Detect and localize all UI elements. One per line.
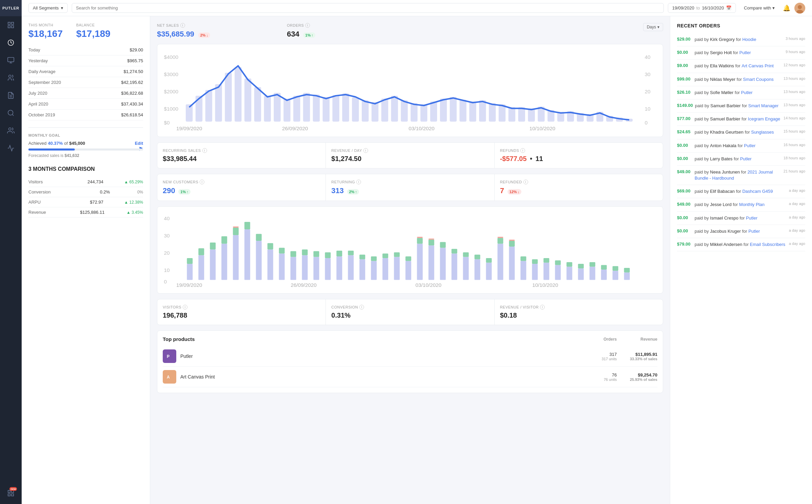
conversion-info-icon[interactable]: i bbox=[359, 305, 364, 310]
sidebar-item-customers[interactable] bbox=[3, 70, 19, 86]
svg-rect-126 bbox=[417, 237, 423, 238]
order-desc: paid by Samuel Barbier for Icegram Engag… bbox=[695, 116, 782, 122]
days-button[interactable]: Days ▾ bbox=[643, 23, 663, 31]
revenue-day-card: REVENUE / DAY i $1,274.50 bbox=[326, 143, 494, 168]
sidebar-item-dashboard[interactable] bbox=[3, 17, 19, 33]
revenue-visitor-card: REVENUE / VISITOR i $0.18 bbox=[495, 299, 663, 325]
sidebar-item-sales[interactable] bbox=[3, 35, 19, 51]
visitors-info-icon[interactable]: i bbox=[183, 305, 187, 310]
svg-rect-43 bbox=[333, 95, 339, 121]
svg-text:30: 30 bbox=[164, 233, 170, 238]
order-amount: $26.10 bbox=[677, 90, 693, 95]
user-avatar[interactable] bbox=[794, 3, 805, 14]
order-time: 9 hours ago bbox=[786, 50, 805, 54]
stat-row-label: September 2020 bbox=[28, 80, 61, 85]
this-month-stat: THIS MONTH $18,167 bbox=[28, 23, 63, 39]
order-product-link[interactable]: Email Subscribers bbox=[750, 242, 785, 247]
chevron-down-icon: ▾ bbox=[61, 5, 63, 10]
search-input[interactable] bbox=[72, 3, 664, 13]
order-product-link[interactable]: Putler bbox=[746, 215, 758, 221]
svg-rect-58 bbox=[479, 100, 486, 122]
product-revenue: $9,254.70 25.93% of sales bbox=[617, 372, 657, 382]
svg-rect-35 bbox=[254, 87, 261, 122]
order-time: 15 hours ago bbox=[784, 129, 805, 133]
svg-rect-3 bbox=[12, 26, 14, 28]
list-item: $0.00 paid by Sergio Holt for Putler 9 h… bbox=[677, 46, 805, 60]
order-product-link[interactable]: Putler bbox=[741, 90, 752, 95]
orders-value: 634 bbox=[287, 30, 299, 38]
order-product-link[interactable]: Putler bbox=[748, 229, 760, 234]
notification-bell[interactable]: 🔔 bbox=[783, 4, 790, 12]
order-product-link[interactable]: Sunglasses bbox=[751, 130, 774, 135]
refunds-info-icon[interactable]: i bbox=[520, 148, 525, 153]
refunded-info-icon[interactable]: i bbox=[523, 180, 528, 184]
svg-rect-113 bbox=[348, 251, 354, 255]
svg-rect-110 bbox=[336, 256, 342, 280]
svg-rect-85 bbox=[198, 255, 204, 280]
list-item: $77.00 paid by Samuel Barbier for Icegra… bbox=[677, 113, 805, 126]
line-bar-chart: $4000 $3000 $2000 $1000 $0 40 30 20 10 0 bbox=[163, 50, 657, 130]
comparison-row: Visitors 244,734 ▲ 65.29% bbox=[28, 177, 143, 187]
sidebar-item-affiliates[interactable] bbox=[3, 122, 19, 139]
order-product-link[interactable]: Putler bbox=[744, 143, 755, 148]
net-sales-info-icon[interactable]: i bbox=[180, 23, 185, 28]
sidebar-item-reports[interactable] bbox=[3, 87, 19, 104]
stat-row-value: $37,430.34 bbox=[121, 101, 143, 107]
date-range-picker[interactable]: 19/09/2020 to 16/10/2020 📅 bbox=[668, 3, 736, 13]
sidebar-item-trends[interactable] bbox=[3, 140, 19, 156]
order-desc: paid by Ismael Crespo for Putler bbox=[695, 215, 787, 221]
returning-info-icon[interactable]: i bbox=[356, 180, 361, 184]
order-amount: $0.00 bbox=[677, 215, 693, 220]
svg-text:$0: $0 bbox=[164, 120, 170, 125]
revenue-day-info-icon[interactable]: i bbox=[363, 148, 368, 153]
order-product-link[interactable]: Putler bbox=[739, 50, 751, 55]
svg-text:30: 30 bbox=[645, 71, 651, 77]
order-product-link[interactable]: Art Canvas Print bbox=[742, 63, 774, 68]
recurring-info-icon[interactable]: i bbox=[202, 148, 207, 153]
svg-rect-51 bbox=[411, 103, 418, 121]
sidebar-item-products[interactable] bbox=[3, 52, 19, 68]
svg-rect-162 bbox=[612, 271, 618, 280]
new-customers-info-icon[interactable]: i bbox=[200, 180, 204, 184]
order-product-link[interactable]: Monthly Plan bbox=[739, 202, 765, 207]
order-product-link[interactable]: Dashcam G459 bbox=[742, 189, 773, 194]
svg-rect-55 bbox=[450, 97, 456, 121]
comparison-row: ARPU $72.97 ▲ 12.38% bbox=[28, 197, 143, 207]
order-amount: $0.00 bbox=[677, 143, 693, 148]
forecast-text: Forecasted sales is $41,632 bbox=[28, 153, 143, 158]
app-logo: PUTLER bbox=[0, 0, 22, 16]
comparison-row: Revenue $125,886.11 ▲ 3.45% bbox=[28, 207, 143, 217]
orders-info-icon[interactable]: i bbox=[305, 23, 310, 28]
svg-rect-84 bbox=[187, 258, 193, 264]
svg-rect-135 bbox=[463, 252, 469, 257]
top-products-section: Top products Orders Revenue P Putler 317… bbox=[157, 330, 663, 393]
goal-pct: 40.37% bbox=[48, 141, 63, 146]
list-item: $0.00 paid by Jacobus Kruger for Putler … bbox=[677, 225, 805, 238]
order-product-link[interactable]: Putler bbox=[740, 156, 751, 161]
order-time: 13 hours ago bbox=[784, 103, 805, 107]
svg-rect-95 bbox=[244, 222, 250, 229]
svg-text:$4000: $4000 bbox=[164, 54, 178, 60]
svg-rect-61 bbox=[509, 107, 515, 122]
order-product-link[interactable]: Icegram Engage bbox=[748, 116, 780, 121]
stat-row: April 2020$37,430.34 bbox=[28, 99, 143, 110]
svg-point-9 bbox=[8, 110, 13, 115]
sidebar-item-analytics[interactable] bbox=[3, 105, 19, 121]
list-item: $99.00 paid by Niklas Meyer for Smart Co… bbox=[677, 73, 805, 86]
segment-selector[interactable]: All Segments ▾ bbox=[28, 3, 68, 13]
order-product-link[interactable]: Smart Coupons bbox=[743, 77, 773, 82]
order-product-link[interactable]: Smart Manager bbox=[748, 103, 779, 108]
svg-rect-54 bbox=[440, 99, 447, 122]
refunded-card: REFUNDED i 7 12% ↓ bbox=[495, 174, 663, 201]
svg-point-6 bbox=[9, 75, 11, 77]
revenue-visitor-info-icon[interactable]: i bbox=[540, 305, 545, 310]
sidebar-item-apps[interactable]: new bbox=[3, 485, 19, 501]
svg-rect-165 bbox=[624, 268, 630, 273]
svg-rect-149 bbox=[532, 259, 538, 264]
svg-rect-92 bbox=[233, 228, 239, 235]
order-product-link[interactable]: Hoodie bbox=[742, 37, 756, 42]
compare-button[interactable]: Compare with ▾ bbox=[740, 3, 779, 13]
returning-badge: 2% ↑ bbox=[347, 189, 359, 194]
main-content: All Segments ▾ 19/09/2020 to 16/10/2020 … bbox=[22, 0, 812, 504]
goal-edit-button[interactable]: Edit bbox=[135, 141, 143, 146]
